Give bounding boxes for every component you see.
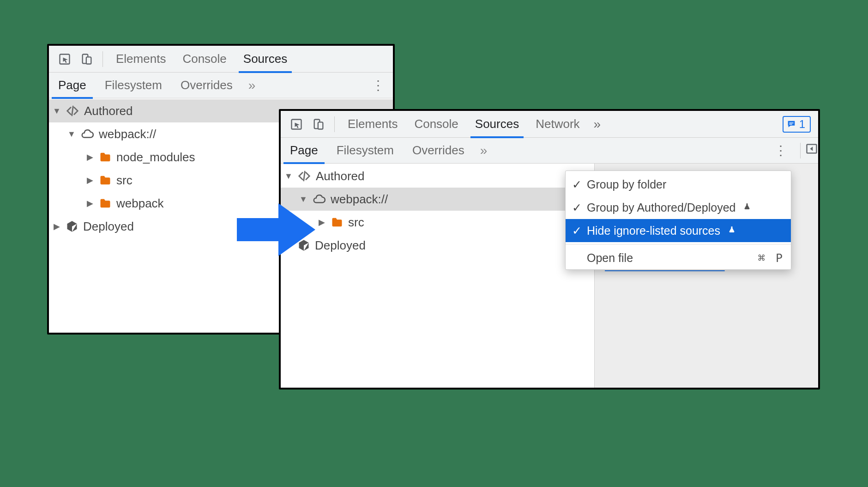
subtab-filesystem[interactable]: Filesystem [327, 138, 403, 164]
experiment-flask-icon [743, 202, 751, 213]
tree-item-deployed[interactable]: ▶ Deployed [281, 234, 594, 257]
collapse-arrow-icon[interactable]: ▼ [284, 171, 293, 181]
tab-elements[interactable]: Elements [108, 46, 174, 73]
device-toggle-icon[interactable] [309, 115, 328, 134]
tab-elements[interactable]: Elements [339, 111, 406, 138]
tree-label: Authored [84, 104, 133, 118]
tree-label: webpack [116, 196, 164, 211]
show-navigator-icon[interactable] [805, 142, 818, 158]
menu-item-open-file[interactable]: Open file ⌘ P [566, 246, 791, 269]
folder-icon [99, 197, 112, 210]
device-toggle-icon[interactable] [78, 50, 96, 68]
menu-separator [566, 244, 791, 244]
main-toolbar: Elements Console Sources Network » 1 [281, 111, 818, 138]
sources-subtoolbar: Page Filesystem Overrides » ⋮ [281, 138, 818, 164]
menu-item-label: Group by folder [587, 178, 666, 191]
tree-label: Authored [316, 169, 365, 183]
cloud-icon [80, 127, 94, 141]
inspect-icon[interactable] [287, 115, 306, 134]
tree-label: src [348, 215, 364, 230]
subtab-overrides[interactable]: Overrides [171, 73, 242, 98]
subtab-page[interactable]: Page [49, 73, 96, 98]
tree-label: webpack:// [331, 192, 388, 207]
expand-arrow-icon[interactable]: ▶ [318, 217, 326, 227]
expand-arrow-icon[interactable]: ▶ [86, 152, 94, 162]
expand-arrow-icon[interactable]: ▶ [284, 240, 293, 250]
subtab-filesystem[interactable]: Filesystem [96, 73, 171, 98]
folder-icon [99, 151, 112, 164]
cloud-icon [312, 192, 326, 206]
sources-options-menu: ✓ Group by folder ✓ Group by Authored/De… [565, 170, 791, 270]
tree-label: Deployed [315, 238, 366, 253]
issues-badge[interactable]: 1 [783, 116, 811, 133]
tab-network[interactable]: Network [527, 111, 588, 138]
authored-code-icon [297, 169, 311, 183]
main-toolbar: Elements Console Sources [49, 46, 393, 73]
collapse-arrow-icon[interactable]: ▼ [67, 129, 76, 139]
subtab-overrides[interactable]: Overrides [403, 138, 474, 164]
toolbar-divider [334, 116, 335, 132]
folder-icon [99, 174, 112, 187]
tab-console[interactable]: Console [406, 111, 466, 138]
subtab-page[interactable]: Page [281, 138, 327, 164]
tree-label: src [116, 173, 133, 188]
kebab-menu-icon[interactable]: ⋮ [363, 78, 393, 93]
keyboard-shortcut: ⌘ P [758, 251, 784, 265]
issues-count: 1 [799, 118, 805, 131]
toolbar-divider [800, 143, 801, 158]
expand-arrow-icon[interactable]: ▶ [86, 175, 94, 185]
menu-item-group-by-authored-deployed[interactable]: ✓ Group by Authored/Deployed [566, 196, 791, 219]
tab-sources[interactable]: Sources [467, 111, 527, 138]
tree-item-folder[interactable]: ▶ src [281, 211, 594, 234]
more-tabs-chevron-icon[interactable]: » [588, 117, 607, 132]
sources-subtoolbar: Page Filesystem Overrides » ⋮ [49, 73, 393, 98]
tab-sources[interactable]: Sources [235, 46, 295, 73]
expand-arrow-icon[interactable]: ▶ [86, 198, 94, 208]
deployed-box-icon [66, 220, 78, 233]
more-tabs-chevron-icon[interactable]: » [242, 78, 262, 93]
menu-item-group-by-folder[interactable]: ✓ Group by folder [566, 173, 791, 196]
menu-item-label: Hide ignore-listed sources [587, 224, 720, 237]
folder-icon [331, 216, 344, 229]
check-icon: ✓ [572, 201, 582, 214]
tree-item-authored[interactable]: ▼ Authored [281, 164, 594, 188]
tree-label: Deployed [83, 219, 134, 234]
tree-label: webpack:// [99, 127, 156, 141]
check-icon: ✓ [572, 224, 582, 237]
authored-code-icon [66, 104, 79, 118]
deployed-box-icon [297, 239, 310, 252]
kebab-menu-icon[interactable]: ⋮ [766, 143, 796, 158]
sources-tree: ▼ Authored ▼ webpack:// ▶ src ▶ [281, 164, 594, 257]
check-icon: ✓ [572, 178, 582, 191]
tree-label: node_modules [116, 150, 195, 164]
menu-item-label: Open file [587, 251, 633, 265]
menu-item-hide-ignore-listed[interactable]: ✓ Hide ignore-listed sources [566, 219, 791, 242]
inspect-icon[interactable] [55, 50, 74, 68]
tab-console[interactable]: Console [174, 46, 235, 73]
collapse-arrow-icon[interactable]: ▼ [299, 195, 307, 204]
experiment-flask-icon [728, 225, 736, 236]
tree-item-webpack[interactable]: ▼ webpack:// [281, 188, 594, 211]
expand-arrow-icon[interactable]: ▶ [53, 221, 61, 231]
collapse-arrow-icon[interactable]: ▼ [53, 106, 61, 116]
chat-icon [786, 119, 796, 129]
toolbar-divider [102, 51, 103, 67]
more-tabs-chevron-icon[interactable]: » [474, 143, 494, 158]
menu-item-label: Group by Authored/Deployed [587, 201, 735, 214]
